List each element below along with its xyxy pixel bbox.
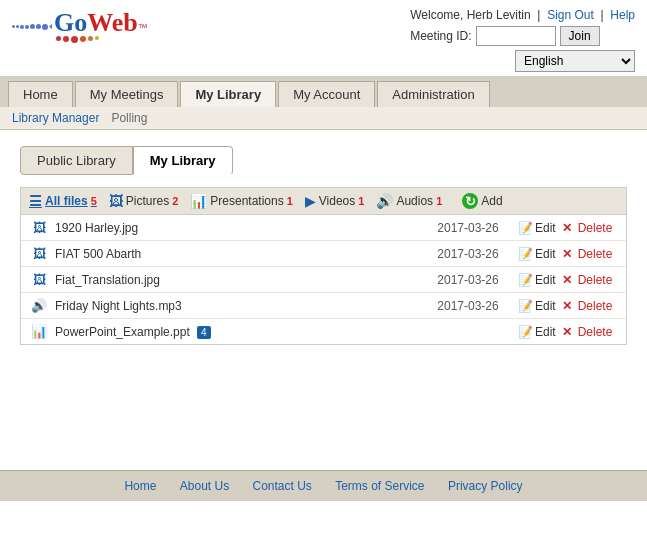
audio-file-icon: 🔊 bbox=[31, 298, 47, 313]
edit-icon: 📝 bbox=[518, 273, 533, 287]
tab-public-library[interactable]: Public Library bbox=[20, 146, 133, 175]
filter-presentations-label: Presentations bbox=[210, 194, 283, 208]
table-row: 🖼 FIAT 500 Abarth 2017-03-26 📝 Edit ✕ De… bbox=[21, 241, 626, 267]
main-content: Public Library My Library ☰ All files 5 … bbox=[0, 130, 647, 470]
file-actions: 📝 Edit ✕ Delete bbox=[518, 325, 618, 339]
breadcrumb-library-manager[interactable]: Library Manager bbox=[12, 111, 99, 125]
breadcrumb-polling: Polling bbox=[111, 111, 147, 125]
help-link[interactable]: Help bbox=[610, 8, 635, 22]
logo-go: Go bbox=[54, 8, 87, 38]
nav-administration[interactable]: Administration bbox=[377, 81, 489, 107]
breadcrumb: Library Manager Polling bbox=[0, 107, 647, 130]
edit-button[interactable]: 📝 Edit bbox=[518, 325, 556, 339]
filter-pictures[interactable]: 🖼 Pictures 2 bbox=[109, 193, 178, 209]
filter-audios-label: Audios bbox=[396, 194, 433, 208]
edit-button[interactable]: 📝 Edit bbox=[518, 299, 556, 313]
audio-icon: 🔊 bbox=[376, 193, 393, 209]
file-name: Friday Night Lights.mp3 bbox=[55, 299, 418, 313]
edit-label: Edit bbox=[535, 247, 556, 261]
filter-videos[interactable]: ▶ Videos 1 bbox=[305, 193, 365, 209]
filter-bar: ☰ All files 5 🖼 Pictures 2 📊 Presentatio… bbox=[21, 188, 626, 215]
delete-x-icon: ✕ bbox=[562, 299, 572, 313]
file-type-icon: 🖼 bbox=[29, 272, 49, 287]
table-row: 🖼 1920 Harley.jpg 2017-03-26 📝 Edit ✕ De… bbox=[21, 215, 626, 241]
edit-button[interactable]: 📝 Edit bbox=[518, 221, 556, 235]
edit-icon: 📝 bbox=[518, 325, 533, 339]
file-table-container: ☰ All files 5 🖼 Pictures 2 📊 Presentatio… bbox=[20, 187, 627, 345]
meeting-id-row: Meeting ID: Join bbox=[410, 26, 635, 46]
nav-bar: Home My Meetings My Library My Account A… bbox=[0, 77, 647, 107]
edit-icon: 📝 bbox=[518, 299, 533, 313]
file-actions: 📝 Edit ✕ Delete bbox=[518, 299, 618, 313]
ppt-icon: 📊 bbox=[31, 324, 47, 339]
file-actions: 📝 Edit ✕ Delete bbox=[518, 273, 618, 287]
delete-button[interactable]: Delete bbox=[578, 299, 613, 313]
nav-my-account[interactable]: My Account bbox=[278, 81, 375, 107]
add-file-button[interactable]: ↻ Add bbox=[462, 193, 502, 209]
header-right: Welcome, Herb Levitin | Sign Out | Help … bbox=[410, 8, 635, 72]
footer: Home About Us Contact Us Terms of Servic… bbox=[0, 470, 647, 501]
filter-audios[interactable]: 🔊 Audios 1 bbox=[376, 193, 442, 209]
nav-home[interactable]: Home bbox=[8, 81, 73, 107]
filter-all-files[interactable]: ☰ All files 5 bbox=[29, 193, 97, 209]
library-tabs: Public Library My Library bbox=[20, 146, 627, 175]
file-badge: 4 bbox=[197, 326, 211, 339]
file-date: 2017-03-26 bbox=[418, 247, 518, 261]
file-actions: 📝 Edit ✕ Delete bbox=[518, 247, 618, 261]
filter-all-count: 5 bbox=[91, 195, 97, 207]
file-name: 1920 Harley.jpg bbox=[55, 221, 418, 235]
footer-about-us[interactable]: About Us bbox=[180, 479, 229, 493]
filter-audios-count: 1 bbox=[436, 195, 442, 207]
logo-area: Go Web ™ bbox=[12, 8, 148, 43]
language-select[interactable]: English Español Français bbox=[515, 50, 635, 72]
edit-icon: 📝 bbox=[518, 247, 533, 261]
tab-my-library[interactable]: My Library bbox=[133, 146, 233, 175]
meeting-id-input[interactable] bbox=[476, 26, 556, 46]
footer-contact-us[interactable]: Contact Us bbox=[252, 479, 311, 493]
image-icon: 🖼 bbox=[33, 246, 46, 261]
file-date: 2017-03-26 bbox=[418, 273, 518, 287]
picture-icon: 🖼 bbox=[109, 193, 123, 209]
delete-button[interactable]: Delete bbox=[578, 325, 613, 339]
footer-home[interactable]: Home bbox=[124, 479, 156, 493]
sign-out-link[interactable]: Sign Out bbox=[547, 8, 594, 22]
delete-button[interactable]: Delete bbox=[578, 221, 613, 235]
add-label: Add bbox=[481, 194, 502, 208]
filter-presentations[interactable]: 📊 Presentations 1 bbox=[190, 193, 293, 209]
delete-x-icon: ✕ bbox=[562, 325, 572, 339]
filter-presentations-count: 1 bbox=[287, 195, 293, 207]
file-name: Fiat_Translation.jpg bbox=[55, 273, 418, 287]
footer-terms[interactable]: Terms of Service bbox=[335, 479, 424, 493]
delete-x-icon: ✕ bbox=[562, 221, 572, 235]
filter-all-label: All files bbox=[45, 194, 88, 208]
nav-my-meetings[interactable]: My Meetings bbox=[75, 81, 179, 107]
welcome-text: Welcome, Herb Levitin bbox=[410, 8, 531, 22]
file-name: PowerPoint_Example.ppt 4 bbox=[55, 325, 418, 339]
file-date: 2017-03-26 bbox=[418, 221, 518, 235]
delete-button[interactable]: Delete bbox=[578, 247, 613, 261]
filter-pictures-count: 2 bbox=[172, 195, 178, 207]
header: Go Web ™ Welcome, Herb Levitin | Sign Ou… bbox=[0, 0, 647, 77]
file-type-icon: 🔊 bbox=[29, 298, 49, 313]
footer-privacy[interactable]: Privacy Policy bbox=[448, 479, 523, 493]
edit-button[interactable]: 📝 Edit bbox=[518, 273, 556, 287]
table-row: 🔊 Friday Night Lights.mp3 2017-03-26 📝 E… bbox=[21, 293, 626, 319]
file-type-icon: 📊 bbox=[29, 324, 49, 339]
logo-tm: ™ bbox=[138, 22, 148, 33]
edit-label: Edit bbox=[535, 299, 556, 313]
delete-x-icon: ✕ bbox=[562, 273, 572, 287]
join-button[interactable]: Join bbox=[560, 26, 600, 46]
edit-label: Edit bbox=[535, 273, 556, 287]
table-row: 🖼 Fiat_Translation.jpg 2017-03-26 📝 Edit… bbox=[21, 267, 626, 293]
image-icon: 🖼 bbox=[33, 272, 46, 287]
nav-my-library[interactable]: My Library bbox=[180, 81, 276, 107]
delete-x-icon: ✕ bbox=[562, 247, 572, 261]
edit-label: Edit bbox=[535, 221, 556, 235]
table-row: 📊 PowerPoint_Example.ppt 4 📝 Edit ✕ Dele… bbox=[21, 319, 626, 344]
delete-button[interactable]: Delete bbox=[578, 273, 613, 287]
filter-videos-count: 1 bbox=[358, 195, 364, 207]
file-type-icon: 🖼 bbox=[29, 246, 49, 261]
edit-button[interactable]: 📝 Edit bbox=[518, 247, 556, 261]
presentation-icon: 📊 bbox=[190, 193, 207, 209]
edit-icon: 📝 bbox=[518, 221, 533, 235]
